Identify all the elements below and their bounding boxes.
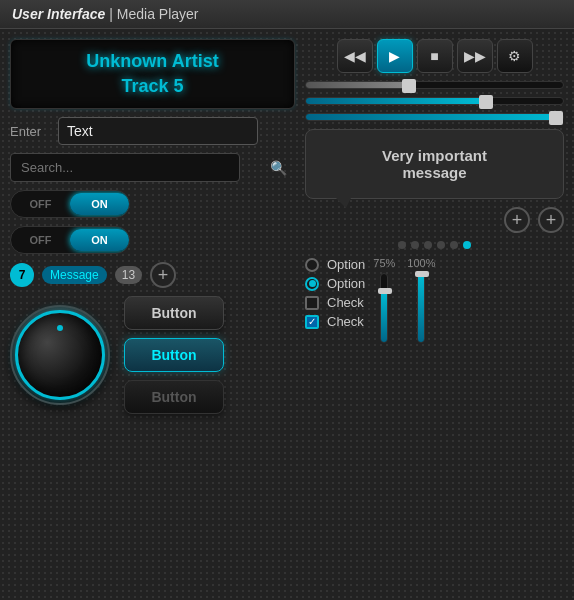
search-input[interactable] <box>10 153 240 182</box>
knob-area: Button Button Button <box>10 296 295 414</box>
radio-option-1[interactable] <box>305 258 319 272</box>
option-label-1: Option <box>327 257 365 272</box>
slider-3[interactable] <box>305 113 564 121</box>
play-button[interactable]: ▶ <box>377 39 413 73</box>
input-label: Enter <box>10 124 50 139</box>
add-button-3[interactable]: + <box>538 207 564 233</box>
track-display: Unknown Artist Track 5 <box>10 39 295 109</box>
slider-1[interactable] <box>305 81 564 89</box>
vert-slider-wrap-1: 75% <box>373 257 395 343</box>
slider-fill-2 <box>306 98 486 104</box>
sliders-area <box>305 81 564 121</box>
options-area: Option Option Check ✓ <box>305 257 365 329</box>
option-label-2: Option <box>327 276 365 291</box>
track-info: Unknown Artist Track 5 <box>86 49 218 99</box>
toggle-row-2: OFF ON <box>10 226 295 254</box>
right-panel: ◀◀ ▶ ■ ▶▶ ⚙ <box>305 39 564 414</box>
badge-message: Message <box>42 266 107 284</box>
header-title-bold: User Interface <box>12 6 105 22</box>
add-button-1[interactable]: + <box>150 262 176 288</box>
badge-number: 7 <box>10 263 34 287</box>
checkbox-option-2[interactable]: ✓ <box>305 315 319 329</box>
text-input-row: Enter <box>10 117 295 145</box>
message-bubble: Very importantmessage <box>305 129 564 199</box>
search-icon[interactable]: 🔍 <box>270 160 287 176</box>
track-name: Track 5 <box>86 74 218 99</box>
stop-button[interactable]: ■ <box>417 39 453 73</box>
dots-indicator <box>305 241 564 249</box>
add-button-2[interactable]: + <box>504 207 530 233</box>
option-row-1: Option <box>305 257 365 272</box>
slider-thumb-3[interactable] <box>549 111 563 125</box>
header-title-normal: Media Player <box>117 6 199 22</box>
right-bottom: Option Option Check ✓ <box>305 257 564 343</box>
option-label-3: Check <box>327 295 364 310</box>
vert-slider-label-1: 75% <box>373 257 395 269</box>
message-text: Very importantmessage <box>382 147 487 181</box>
toggle-off-label-1: OFF <box>11 193 70 215</box>
radio-option-2[interactable] <box>305 277 319 291</box>
slider-thumb-2[interactable] <box>479 95 493 109</box>
prev-button[interactable]: ◀◀ <box>337 39 373 73</box>
dot-6-active <box>463 241 471 249</box>
vert-slider-2[interactable] <box>417 273 425 343</box>
dot-4 <box>437 241 445 249</box>
action-button-3: Button <box>124 380 224 414</box>
checkbox-option-1[interactable] <box>305 296 319 310</box>
dot-2 <box>411 241 419 249</box>
action-buttons: Button Button Button <box>124 296 224 414</box>
text-input[interactable] <box>58 117 258 145</box>
toggle-on-label-1: ON <box>70 193 129 215</box>
knob-dot <box>57 325 63 331</box>
badge-row: 7 Message 13 + <box>10 262 295 288</box>
search-row: 🔍 <box>10 153 295 182</box>
background: User Interface | Media Player Unknown Ar… <box>0 0 574 600</box>
dot-5 <box>450 241 458 249</box>
option-row-4: ✓ Check <box>305 314 365 329</box>
action-button-2[interactable]: Button <box>124 338 224 372</box>
next-button[interactable]: ▶▶ <box>457 39 493 73</box>
vert-thumb-1[interactable] <box>378 288 392 294</box>
dot-1 <box>398 241 406 249</box>
toggle-switch-1[interactable]: OFF ON <box>10 190 130 218</box>
vert-slider-1[interactable] <box>380 273 388 343</box>
slider-thumb-1[interactable] <box>402 79 416 93</box>
option-label-4: Check <box>327 314 364 329</box>
dot-3 <box>424 241 432 249</box>
volume-knob[interactable] <box>15 310 105 400</box>
action-button-1[interactable]: Button <box>124 296 224 330</box>
header-separator: | <box>105 6 116 22</box>
header: User Interface | Media Player <box>0 0 574 29</box>
header-title: User Interface | Media Player <box>12 6 199 22</box>
toggle-off-label-2: OFF <box>11 229 70 251</box>
vert-slider-label-2: 100% <box>407 257 435 269</box>
toggle-switch-2[interactable]: OFF ON <box>10 226 130 254</box>
toggle-row-1: OFF ON <box>10 190 295 218</box>
checkmark-icon: ✓ <box>308 316 316 327</box>
vertical-sliders: 75% 100% <box>373 257 435 343</box>
vert-slider-wrap-2: 100% <box>407 257 435 343</box>
badge-count: 13 <box>115 266 142 284</box>
toggle-on-label-2: ON <box>70 229 129 251</box>
slider-2[interactable] <box>305 97 564 105</box>
add-row: + + <box>305 207 564 233</box>
radio-inner-2 <box>309 280 316 287</box>
main-area: Unknown Artist Track 5 Enter 🔍 OFF ON <box>0 29 574 424</box>
vert-slider-fill-1 <box>381 291 387 342</box>
knob-outer <box>10 305 110 405</box>
settings-button[interactable]: ⚙ <box>497 39 533 73</box>
vert-thumb-2[interactable] <box>415 271 429 277</box>
vert-slider-fill-2 <box>418 274 424 342</box>
left-panel: Unknown Artist Track 5 Enter 🔍 OFF ON <box>10 39 295 414</box>
option-row-3: Check <box>305 295 365 310</box>
slider-fill-1 <box>306 82 409 88</box>
option-row-2: Option <box>305 276 365 291</box>
slider-fill-3 <box>306 114 563 120</box>
transport-controls: ◀◀ ▶ ■ ▶▶ ⚙ <box>305 39 564 73</box>
track-artist: Unknown Artist <box>86 49 218 74</box>
